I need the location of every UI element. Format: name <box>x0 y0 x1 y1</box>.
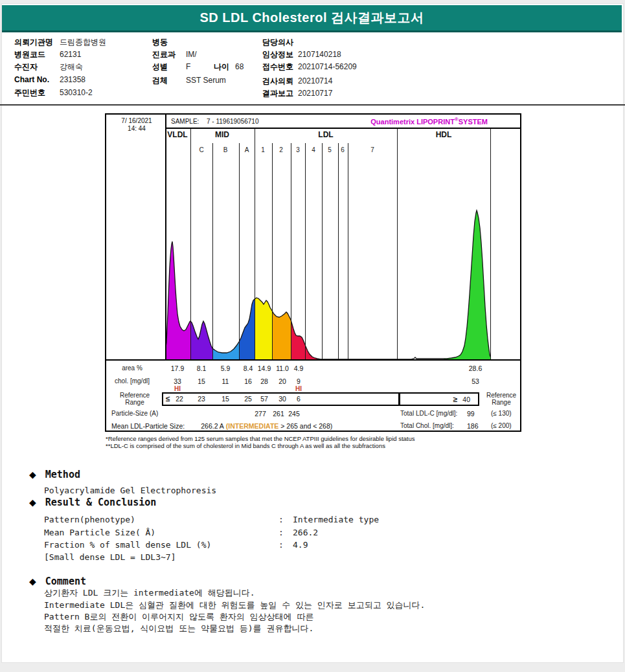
result-heading-text: Result & Conclusion <box>45 497 157 508</box>
frame-hline-sample <box>165 128 520 129</box>
info-row-clinical: 임상정보 2107140218 <box>262 49 341 60</box>
area-value-ldl2: 11.0 <box>276 364 289 372</box>
comment-line-2: Intermediate LDL은 심혈관 질환에 대한 위험도를 높일 수 있… <box>44 599 425 611</box>
chol-value-midc: 15 <box>198 377 205 385</box>
subband-label-7: 7 <box>370 146 374 153</box>
group-label-hdl: HDL <box>436 130 452 139</box>
request-value: 20210714 <box>298 76 332 85</box>
group-label-vldl: VLDL <box>167 130 187 139</box>
divider-6-7 <box>348 143 348 359</box>
total-ldl-c-ref: (≤ 130) <box>491 410 512 417</box>
info-row-dept: 진료과 IM/ <box>152 49 197 60</box>
info-row-hosp-code: 병원코드 62131 <box>14 49 81 60</box>
result-row-pattern: Pattern(phenotype) : Intermediate type <box>44 515 379 524</box>
row-label-reference-left: Reference Range <box>115 392 154 406</box>
report-date-value: 20210717 <box>298 89 332 98</box>
divider-mid-ldl <box>255 129 255 359</box>
method-heading-text: Method <box>45 469 80 480</box>
comment-line-1: 상기환자 LDL 크기는 intermediate에 해당됩니다. <box>44 587 255 599</box>
result-row-fraction: Fraction % of small dense LDL (%) : 4.9 <box>44 540 308 550</box>
request-label: 검사의뢰 <box>262 76 298 87</box>
total-chol-value: 186 <box>467 422 479 430</box>
ref-value-vldl: 22 <box>176 395 183 403</box>
header-divider <box>0 104 625 106</box>
dept-label: 진료과 <box>152 49 186 60</box>
area-value-ldl1: 14.9 <box>258 364 271 372</box>
subband-label-5: 5 <box>328 146 332 153</box>
particle-size-ldl1: 277 <box>255 410 266 418</box>
midc-fill <box>165 210 490 359</box>
ref-value-midb: 15 <box>222 395 229 403</box>
ref-value-midc: 23 <box>198 395 205 403</box>
sex-label: 성별 <box>152 62 186 73</box>
range-word: Range <box>115 399 154 406</box>
chol-value-ldl2: 20 <box>278 377 286 385</box>
info-row-doctor: 담당의사 <box>262 37 298 48</box>
footnote-2: **LDL-C is comprised of the sum of chole… <box>106 442 385 449</box>
divider-5-6 <box>338 143 339 359</box>
patient-name: 강해숙 <box>60 62 83 73</box>
ldl3-fill <box>165 210 490 359</box>
chart-time: 14: 44 <box>110 125 163 133</box>
result-value: 266.2 <box>293 528 318 537</box>
brand-suffix: SYSTEM <box>459 118 488 126</box>
org-value: 드림종합병원 <box>60 37 106 48</box>
area-value-ldl3: 4.9 <box>294 364 304 372</box>
patient-info: 의뢰기관명 드림종합병원 병원코드 62131 수진자 강해숙 Chart No… <box>0 0 625 109</box>
result-value: Intermediate type <box>293 515 379 524</box>
age-value: 68 <box>235 62 244 71</box>
ward-label: 병동 <box>152 37 186 48</box>
chart-no-label: Chart No. <box>14 75 60 84</box>
hosp-code-value: 62131 <box>60 50 81 59</box>
curve-outline <box>165 210 490 359</box>
row-label-chol: chol. [mg/dl] <box>115 377 150 385</box>
receipt-label: 접수번호 <box>262 62 298 73</box>
subband-label-b: B <box>223 146 228 153</box>
divider-b-a <box>239 143 240 359</box>
total-ldl-c-label: Total LDL-C [mg/dl]: <box>400 410 457 417</box>
resident-label: 주민번호 <box>14 87 60 98</box>
chol-value-midb: 11 <box>222 377 229 385</box>
org-label: 의뢰기관명 <box>14 37 60 48</box>
hi-flag-vldl: HI <box>174 385 181 392</box>
ge-operator: ≥ <box>453 395 458 404</box>
lipoprint-chart: 7/ 16/2021 14: 44 SAMPLE: 7 - 1196190567… <box>105 113 521 432</box>
divider-hdl-right <box>490 129 491 359</box>
mean-particle-value: 266.2 A <box>201 422 224 430</box>
row-label-particle-size: Particle-Size (A) <box>111 410 158 417</box>
ref-value-mida: 25 <box>244 395 252 403</box>
sample-value: 7 - 119619056710 <box>207 118 258 125</box>
chart-date: 7/ 16/2021 <box>110 117 163 125</box>
method-heading: ◆ Method <box>29 469 80 480</box>
info-row-chart-no: Chart No. 231358 <box>14 75 85 84</box>
sex-value: F <box>186 62 214 71</box>
method-body: Polyacrylamide Gel Electrophoresis <box>44 486 216 495</box>
subband-label-2: 2 <box>279 146 283 153</box>
particle-size-ldl2: 261 <box>273 410 284 418</box>
result-colon: : <box>278 528 293 537</box>
subband-label-4: 4 <box>312 146 315 153</box>
divider-3-4 <box>305 143 306 359</box>
specimen-label: 검체 <box>152 75 186 86</box>
info-row-patient: 수진자 강해숙 <box>14 62 83 73</box>
particle-size-ldl3: 245 <box>288 410 300 418</box>
sample-label: SAMPLE: <box>171 118 199 125</box>
ref-value-ldl3: 6 <box>297 395 301 403</box>
chol-value-vldl: 33 <box>174 377 181 385</box>
clinical-value: 2107140218 <box>298 50 341 59</box>
area-value-midc: 8.1 <box>197 364 207 372</box>
info-row-org: 의뢰기관명 드림종합병원 <box>14 37 106 48</box>
specimen-value: SST Serum <box>186 76 226 85</box>
vldl-fill <box>165 210 490 359</box>
area-value-hdl: 28.6 <box>469 364 482 372</box>
curve-baseline <box>106 359 520 361</box>
ldl2-fill <box>165 210 490 359</box>
subband-label-c: C <box>199 146 203 153</box>
mean-classification-range: > 265 and < 268) <box>280 422 332 430</box>
reference-word: Reference <box>483 392 519 399</box>
clinical-label: 임상정보 <box>262 49 298 60</box>
hdl-fill <box>165 210 490 359</box>
info-row-sex-age: 성별 F 나이 68 <box>152 62 244 73</box>
chol-value-ldl3: 9 <box>297 377 301 385</box>
comment-heading: ◆ Comment <box>29 576 86 587</box>
